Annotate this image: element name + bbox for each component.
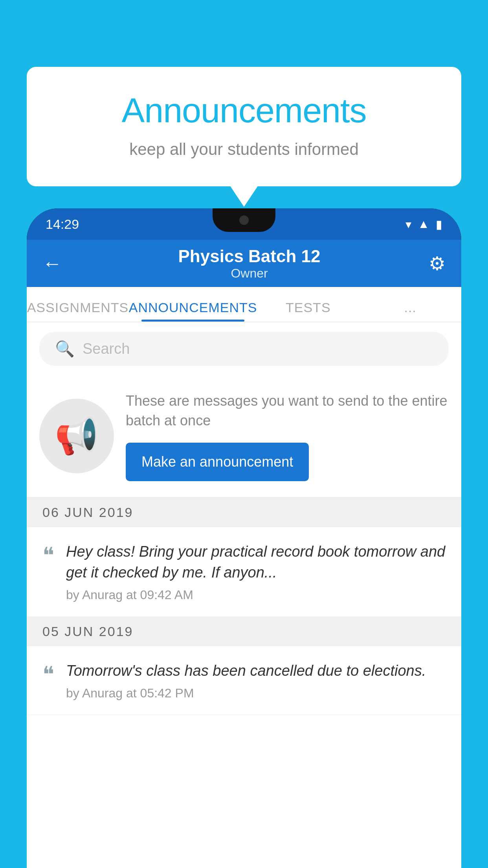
notch-camera <box>239 215 249 225</box>
speech-bubble-subtitle: keep all your students informed <box>58 140 430 159</box>
speech-bubble: Announcements keep all your students inf… <box>27 67 461 186</box>
tab-assignments[interactable]: ASSIGNMENTS <box>27 300 129 322</box>
signal-icon: ▲ <box>418 217 429 231</box>
quote-icon-1: ❝ <box>42 544 54 566</box>
megaphone-icon: 📢 <box>55 416 99 457</box>
search-placeholder: Search <box>83 340 130 357</box>
settings-icon[interactable]: ⚙ <box>429 252 446 274</box>
app-header: ← Physics Batch 12 Owner ⚙ <box>27 240 461 287</box>
tab-more[interactable]: ... <box>359 300 461 322</box>
header-subtitle: Owner <box>70 266 429 281</box>
search-bar: 🔍 Search <box>27 322 461 375</box>
announcement-text-area-1: Hey class! Bring your practical record b… <box>66 541 446 602</box>
date-header-2: 05 JUN 2019 <box>27 617 461 646</box>
date-header-1: 06 JUN 2019 <box>27 498 461 527</box>
quote-icon-2: ❝ <box>42 664 54 686</box>
screen-content: 🔍 Search 📢 These are messages you want t… <box>27 322 461 868</box>
battery-icon: ▮ <box>436 217 442 231</box>
make-announcement-button[interactable]: Make an announcement <box>126 443 309 481</box>
phone-frame: 14:29 ▾ ▲ ▮ ← Physics Batch 12 Owner ⚙ A… <box>27 208 461 868</box>
header-title: Physics Batch 12 <box>70 246 429 266</box>
back-button[interactable]: ← <box>42 252 62 275</box>
announcement-item-1: ❝ Hey class! Bring your practical record… <box>27 527 461 617</box>
announcement-meta-1: by Anurag at 09:42 AM <box>66 588 446 602</box>
search-icon: 🔍 <box>55 340 75 358</box>
header-title-area: Physics Batch 12 Owner <box>70 246 429 281</box>
announcement-item-2: ❝ Tomorrow's class has been cancelled du… <box>27 646 461 715</box>
announcement-text-1: Hey class! Bring your practical record b… <box>66 541 446 583</box>
announcement-text-area-2: Tomorrow's class has been cancelled due … <box>66 660 446 701</box>
search-input-container[interactable]: 🔍 Search <box>39 332 449 366</box>
wifi-icon: ▾ <box>405 217 411 231</box>
announcement-text-2: Tomorrow's class has been cancelled due … <box>66 660 446 681</box>
promo-text-area: These are messages you want to send to t… <box>126 391 449 481</box>
speech-bubble-title: Announcements <box>58 90 430 131</box>
announcement-promo: 📢 These are messages you want to send to… <box>27 375 461 498</box>
promo-icon-circle: 📢 <box>39 399 114 473</box>
notch <box>213 208 275 232</box>
tab-announcements[interactable]: ANNOUNCEMENTS <box>129 300 257 322</box>
status-icons: ▾ ▲ ▮ <box>405 217 442 231</box>
tabs-bar: ASSIGNMENTS ANNOUNCEMENTS TESTS ... <box>27 287 461 322</box>
tab-tests[interactable]: TESTS <box>257 300 359 322</box>
announcement-meta-2: by Anurag at 05:42 PM <box>66 686 446 701</box>
promo-description: These are messages you want to send to t… <box>126 391 449 431</box>
status-bar: 14:29 ▾ ▲ ▮ <box>27 208 461 240</box>
status-time: 14:29 <box>46 217 79 232</box>
